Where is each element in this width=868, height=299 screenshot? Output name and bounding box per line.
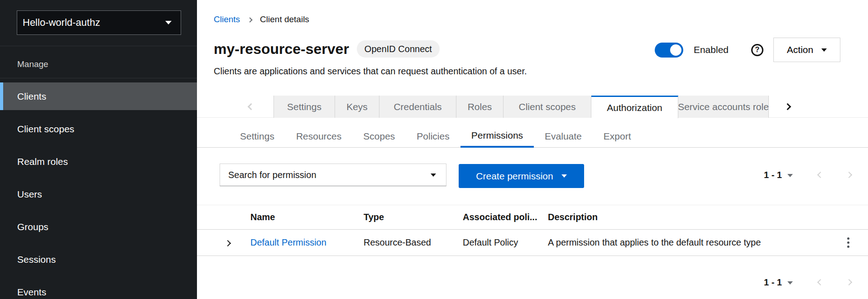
- table-row: Default Permission Resource-Based Defaul…: [197, 230, 868, 256]
- tab-scroll-left-button[interactable]: [241, 96, 261, 118]
- tab-client-scopes[interactable]: Client scopes: [504, 96, 591, 118]
- sidebar-nav: Clients Client scopes Realm roles Users …: [0, 82, 197, 299]
- header-actions: Enabled ? Action: [655, 38, 840, 62]
- permissions-toolbar: Search for permission Create permission …: [197, 164, 868, 188]
- breadcrumb-clients-link[interactable]: Clients: [214, 14, 240, 24]
- pagination-prev-button[interactable]: [818, 172, 823, 178]
- sidebar-item-sessions[interactable]: Sessions: [0, 246, 197, 273]
- title-row: my-resource-server OpenID Connect: [214, 39, 440, 59]
- chevron-right-icon: [225, 240, 231, 246]
- subtab-permissions[interactable]: Permissions: [460, 125, 534, 148]
- column-header-associated-policy: Associated poli...: [463, 212, 548, 222]
- sidebar-item-events[interactable]: Events: [0, 278, 197, 299]
- tab-credentials[interactable]: Credentials: [379, 96, 456, 118]
- table-header-row: Name Type Associated poli... Description: [197, 205, 868, 230]
- realm-selector[interactable]: Hello-world-authz: [17, 10, 181, 35]
- subtab-scopes[interactable]: Scopes: [352, 125, 406, 148]
- chevron-right-icon: [247, 17, 252, 22]
- action-dropdown-label: Action: [787, 44, 813, 55]
- caret-down-icon: [165, 21, 172, 24]
- help-icon[interactable]: ?: [751, 44, 763, 56]
- tab-service-accounts-roles[interactable]: Service accounts role: [678, 96, 769, 118]
- sidebar-item-client-scopes[interactable]: Client scopes: [0, 115, 197, 143]
- pagination-prev-button[interactable]: [818, 279, 823, 286]
- subtab-export[interactable]: Export: [593, 125, 642, 148]
- column-header-description: Description: [548, 212, 829, 222]
- pagination-range: 1 - 1: [764, 277, 782, 288]
- sidebar-item-clients[interactable]: Clients: [0, 82, 197, 110]
- pagination-menu-toggle[interactable]: 1 - 1: [764, 170, 793, 180]
- row-expand-button[interactable]: [225, 240, 230, 247]
- nav-section-manage: Manage: [17, 59, 48, 69]
- breadcrumb: Clients Client details: [214, 14, 309, 24]
- enabled-label: Enabled: [694, 44, 729, 55]
- caret-down-icon: [787, 174, 793, 177]
- tab-scroll-right-button[interactable]: [777, 96, 797, 118]
- tab-keys[interactable]: Keys: [335, 96, 379, 118]
- caret-down-icon: [561, 174, 567, 178]
- pagination-menu-toggle[interactable]: 1 - 1: [764, 277, 793, 288]
- chevron-right-icon: [784, 103, 791, 111]
- tab-roles[interactable]: Roles: [456, 96, 504, 118]
- caret-down-icon: [821, 48, 827, 52]
- sidebar-divider: [0, 46, 197, 46]
- sidebar-item-realm-roles[interactable]: Realm roles: [0, 148, 197, 175]
- description-cell: A permission that applies to the default…: [548, 237, 829, 248]
- permission-name-link[interactable]: Default Permission: [250, 237, 364, 248]
- create-permission-label: Create permission: [476, 171, 553, 182]
- page-title: my-resource-server: [214, 39, 349, 59]
- protocol-badge: OpenID Connect: [357, 40, 440, 58]
- action-dropdown-button[interactable]: Action: [773, 38, 840, 62]
- subtab-settings[interactable]: Settings: [229, 125, 285, 148]
- caret-down-icon: [787, 281, 793, 285]
- pagination-next-button[interactable]: [847, 172, 851, 178]
- breadcrumb-current: Client details: [260, 14, 309, 24]
- page-subtitle: Clients are applications and services th…: [214, 66, 527, 77]
- column-header-name: Name: [250, 212, 364, 222]
- toggle-knob-icon: [670, 44, 681, 56]
- tab-authorization[interactable]: Authorization: [591, 96, 678, 118]
- chevron-right-icon: [846, 279, 852, 285]
- tab-settings[interactable]: Settings: [273, 96, 335, 118]
- associated-policy-cell: Default Policy: [463, 237, 548, 248]
- pagination-bottom: 1 - 1: [764, 273, 851, 291]
- pagination-next-button[interactable]: [847, 279, 851, 286]
- client-tabs: Settings Keys Credentials Roles Client s…: [197, 96, 868, 118]
- sidebar-divider: [0, 78, 197, 78]
- subtab-resources[interactable]: Resources: [285, 125, 352, 148]
- chevron-left-icon: [817, 279, 824, 285]
- column-header-type: Type: [364, 212, 463, 222]
- enabled-toggle[interactable]: [655, 43, 683, 58]
- caret-down-icon: [431, 174, 436, 177]
- chevron-left-icon: [817, 171, 824, 178]
- authorization-subtabs: Settings Resources Scopes Policies Permi…: [197, 125, 868, 148]
- sidebar-item-users[interactable]: Users: [0, 180, 197, 208]
- chevron-right-icon: [846, 171, 852, 178]
- subtab-policies[interactable]: Policies: [406, 125, 460, 148]
- permission-search-placeholder: Search for permission: [228, 170, 317, 180]
- permission-search-select[interactable]: Search for permission: [220, 164, 446, 186]
- sidebar: Hello-world-authz Manage Clients Client …: [0, 0, 197, 299]
- tab-list: Settings Keys Credentials Roles Client s…: [273, 96, 769, 118]
- kebab-menu-icon[interactable]: [847, 237, 849, 248]
- pagination-range: 1 - 1: [764, 170, 782, 180]
- sidebar-item-groups[interactable]: Groups: [0, 213, 197, 241]
- subtab-evaluate[interactable]: Evaluate: [534, 125, 593, 148]
- realm-selector-label: Hello-world-authz: [23, 17, 100, 29]
- chevron-left-icon: [247, 103, 254, 111]
- permissions-table: Name Type Associated poli... Description…: [197, 205, 868, 256]
- create-permission-button[interactable]: Create permission: [459, 164, 584, 188]
- permission-type-cell: Resource-Based: [364, 237, 463, 248]
- main-content: Clients Client details my-resource-serve…: [197, 0, 868, 299]
- pagination-top: 1 - 1: [764, 164, 851, 186]
